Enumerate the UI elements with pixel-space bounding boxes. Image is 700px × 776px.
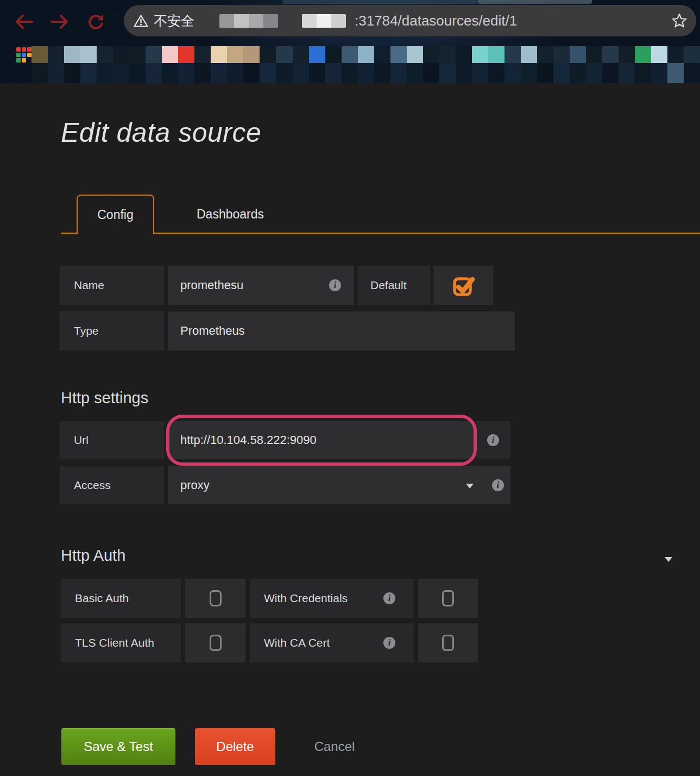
- tab-underline: [61, 233, 700, 234]
- unchecked-checkbox-icon: [210, 590, 222, 606]
- unchecked-checkbox-icon: [210, 635, 222, 651]
- redacted-block: [243, 46, 260, 63]
- forward-icon[interactable]: [50, 12, 70, 32]
- security-warning-icon: [134, 14, 148, 28]
- redacted-block: [537, 63, 553, 83]
- url-info-icon[interactable]: i: [487, 434, 499, 446]
- redacted-block: [342, 63, 358, 83]
- with-ca-cert-checkbox[interactable]: [418, 623, 478, 662]
- tab-config[interactable]: Config: [77, 195, 154, 234]
- redacted-block: [178, 46, 194, 63]
- redacted-block: [31, 63, 48, 83]
- browser-chrome: 不安全 :31784/datasources/edit/1: [0, 0, 700, 83]
- default-label: Default: [357, 266, 430, 305]
- redacted-block: [488, 63, 504, 83]
- redacted-block: [64, 63, 80, 83]
- redacted-block: [390, 46, 407, 63]
- redacted-block: [602, 46, 619, 63]
- type-select-caret-icon: [665, 557, 672, 562]
- page-title: Edit data source: [61, 117, 261, 148]
- redacted-block: [260, 63, 276, 83]
- http-settings-heading: Http settings: [61, 389, 148, 407]
- name-label: Name: [60, 266, 164, 305]
- tab-dashboards[interactable]: Dashboards: [181, 196, 279, 233]
- checked-checkbox-icon: [450, 272, 476, 298]
- url-input[interactable]: [168, 421, 474, 459]
- redacted-block: [423, 63, 439, 83]
- tls-client-auth-checkbox[interactable]: [185, 623, 245, 662]
- redacted-block: [80, 63, 97, 83]
- tab-config-label: Config: [97, 208, 133, 222]
- access-label: Access: [60, 466, 164, 504]
- redacted-block: [48, 46, 64, 63]
- name-info-icon[interactable]: i: [329, 279, 341, 291]
- redacted-block: [325, 46, 342, 63]
- redacted-block: [667, 63, 684, 83]
- redacted-block: [651, 46, 667, 63]
- redacted-block: [113, 46, 129, 63]
- redacted-block: [146, 63, 162, 83]
- url-redaction-1: [219, 14, 278, 28]
- redacted-block: [48, 63, 64, 83]
- delete-button[interactable]: Delete: [195, 728, 275, 765]
- redacted-block: [488, 46, 504, 63]
- access-select[interactable]: proxy: [168, 466, 510, 504]
- back-icon[interactable]: [14, 12, 34, 32]
- browser-tab-remnant: [282, 0, 478, 4]
- redacted-block: [667, 46, 684, 63]
- redacted-block: [97, 63, 113, 83]
- redacted-block: [423, 46, 439, 63]
- redacted-block: [211, 46, 227, 63]
- address-bar[interactable]: 不安全 :31784/datasources/edit/1: [124, 5, 696, 36]
- redacted-block: [113, 63, 129, 83]
- redacted-block: [325, 63, 342, 83]
- redacted-block: [129, 63, 146, 83]
- redacted-block: [358, 63, 374, 83]
- cancel-button[interactable]: Cancel: [302, 728, 367, 765]
- redacted-block: [602, 63, 619, 83]
- redacted-block: [16, 58, 21, 62]
- redacted-block: [472, 46, 488, 63]
- redacted-block: [439, 63, 456, 83]
- page-content: Edit data source Config Dashboards Name …: [0, 83, 700, 776]
- type-select[interactable]: Prometheus: [168, 311, 515, 351]
- redacted-block: [374, 63, 390, 83]
- redacted-block: [651, 63, 667, 83]
- redacted-block: [243, 63, 260, 83]
- redacted-block: [16, 53, 21, 57]
- with-ca-cert-label: With CA Cert i: [250, 623, 414, 662]
- redacted-block: [504, 63, 521, 83]
- redacted-block: [504, 46, 521, 63]
- redacted-block: [407, 46, 423, 63]
- name-input[interactable]: [168, 266, 354, 305]
- redacted-block: [570, 46, 586, 63]
- redacted-block: [22, 53, 26, 57]
- redacted-block: [234, 14, 249, 28]
- bookmark-star-icon[interactable]: [671, 12, 688, 29]
- redacted-block: [302, 14, 317, 28]
- with-credentials-info-icon[interactable]: i: [383, 592, 395, 604]
- access-info-icon[interactable]: i: [492, 479, 504, 491]
- redacted-block: [586, 46, 602, 63]
- redacted-block: [22, 58, 26, 62]
- redacted-block: [293, 46, 309, 63]
- redacted-block: [27, 58, 31, 62]
- redacted-block: [31, 46, 48, 63]
- redacted-block: [64, 46, 80, 63]
- redacted-block: [342, 46, 358, 63]
- basic-auth-checkbox[interactable]: [185, 579, 245, 618]
- redacted-block: [22, 47, 26, 52]
- with-credentials-checkbox[interactable]: [418, 579, 478, 618]
- redacted-block: [553, 63, 570, 83]
- reload-icon[interactable]: [86, 12, 105, 32]
- redacted-block: [178, 63, 194, 83]
- default-checkbox[interactable]: [433, 266, 493, 305]
- http-auth-heading: Http Auth: [61, 547, 125, 565]
- with-ca-cert-info-icon[interactable]: i: [383, 637, 395, 649]
- redacted-block: [27, 53, 31, 57]
- apps-grid-icon[interactable]: [16, 47, 31, 62]
- redacted-block: [390, 63, 407, 83]
- save-and-test-button[interactable]: Save & Test: [61, 728, 175, 765]
- screen: 不安全 :31784/datasources/edit/1 Edit data …: [0, 0, 700, 776]
- redacted-block: [227, 46, 243, 63]
